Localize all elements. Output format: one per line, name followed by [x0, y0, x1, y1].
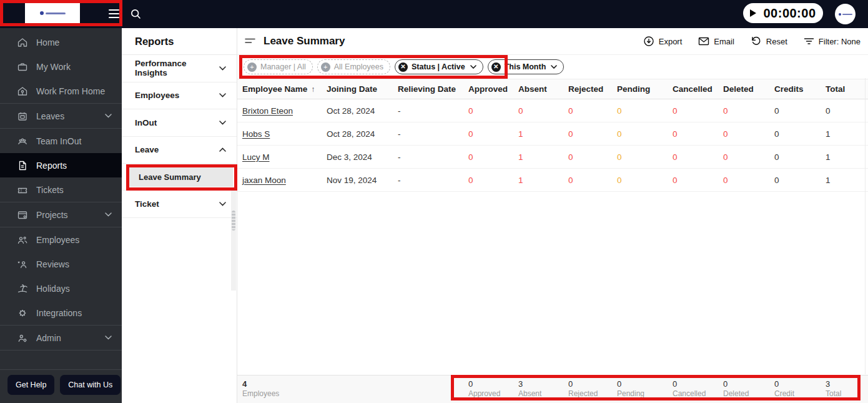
sort-lines-icon[interactable]	[245, 37, 255, 45]
divider	[0, 350, 122, 351]
sidebar-item-admin[interactable]: Admin	[0, 326, 122, 350]
avatar-logo-mark-icon	[839, 13, 841, 16]
holidays-icon	[17, 283, 28, 294]
chevron-down-icon	[105, 212, 112, 217]
report-section-performance-insights[interactable]: Performance Insights	[122, 55, 237, 82]
sidebar-item-label: Admin	[36, 333, 61, 343]
page-header: Leave Summary Export Email Reset Filter:…	[237, 28, 868, 55]
company-logo[interactable]	[25, 0, 80, 26]
chevron-down-icon	[219, 121, 226, 125]
report-section-employees[interactable]: Employees	[122, 82, 237, 110]
scrollbar-track	[231, 191, 236, 291]
sidebar-item-leaves[interactable]: Leaves	[0, 104, 122, 128]
timer-widget[interactable]: 00:00:00	[743, 3, 823, 23]
table-header-row: Employee Name ↑ Joining Date Relieving D…	[237, 79, 868, 99]
column-header-pending[interactable]: Pending	[617, 84, 673, 94]
page-title: Leave Summary	[264, 35, 345, 47]
column-header-absent[interactable]: Absent	[518, 84, 568, 94]
sidebar-item-label: Integrations	[36, 308, 82, 318]
footer-total-deleted: 0 Deleted	[723, 380, 774, 398]
filter-button[interactable]: Filter: None	[804, 37, 861, 46]
column-header-total[interactable]: Total	[826, 84, 868, 94]
chevron-down-icon	[105, 114, 112, 118]
column-header-deleted[interactable]: Deleted	[723, 84, 774, 94]
main-content: Leave Summary Export Email Reset Filter:…	[237, 28, 868, 403]
column-header-joining-date[interactable]: Joining Date	[327, 84, 398, 94]
reviews-icon	[17, 259, 28, 270]
report-section-ticket[interactable]: Ticket	[122, 191, 237, 218]
sidebar-item-projects[interactable]: Projects	[0, 202, 122, 227]
x-circle-icon[interactable]: ✕	[398, 62, 408, 72]
filter-lines-icon	[804, 37, 814, 46]
sidebar-item-team-inout[interactable]: Team InOut	[0, 129, 122, 153]
sidebar-item-home[interactable]: Home	[0, 30, 122, 54]
sidebar-item-integrations[interactable]: Integrations	[0, 301, 122, 325]
hamburger-menu-icon[interactable]	[109, 9, 119, 20]
sidebar-item-my-work[interactable]: My Work	[0, 54, 122, 79]
sidebar-item-label: Holidays	[36, 284, 70, 294]
employee-name-link[interactable]: Lucy M	[242, 152, 327, 162]
sidebar-item-work-from-home[interactable]: Work From Home	[0, 79, 122, 103]
sidebar-item-holidays[interactable]: Holidays	[0, 276, 122, 301]
avatar-logo-wordmark	[842, 14, 852, 15]
report-section-inout[interactable]: InOut	[122, 109, 237, 137]
column-header-rejected[interactable]: Rejected	[568, 84, 617, 94]
x-circle-icon[interactable]: ✕	[491, 62, 501, 72]
sidebar-item-label: My Work	[36, 62, 71, 72]
integrations-icon	[17, 307, 28, 319]
scrollbar-thumb[interactable]	[232, 211, 235, 231]
sidebar-item-label: Home	[36, 37, 59, 47]
plus-circle-icon: +	[247, 62, 257, 72]
play-icon[interactable]	[750, 9, 756, 17]
user-avatar[interactable]	[835, 4, 856, 24]
column-header-credits[interactable]: Credits	[774, 84, 826, 94]
sidebar-item-reports[interactable]: Reports	[0, 153, 122, 177]
sidebar-item-label: Leaves	[36, 111, 64, 121]
sidebar-item-tickets[interactable]: Tickets	[0, 177, 122, 202]
column-header-employee-name[interactable]: Employee Name ↑	[242, 84, 327, 94]
report-item-leave-summary[interactable]: Leave Summary	[129, 167, 233, 187]
sidebar-item-label: Tickets	[36, 185, 64, 195]
chevron-down-icon	[470, 65, 476, 69]
column-header-cancelled[interactable]: Cancelled	[673, 84, 723, 94]
action-bar: Export Email Reset Filter: None	[643, 36, 861, 47]
reports-panel-title: Reports	[122, 28, 237, 55]
report-section-leave[interactable]: Leave	[122, 137, 237, 164]
footer-employee-count: 4 Employees	[242, 380, 468, 398]
column-header-approved[interactable]: Approved	[468, 84, 518, 94]
ticket-icon	[17, 184, 28, 196]
reset-button[interactable]: Reset	[751, 36, 787, 47]
table-row[interactable]: jaxan Moon Nov 19, 2024 - 0 1 0 0 0 0 0 …	[237, 169, 868, 192]
search-icon[interactable]	[130, 8, 142, 22]
chat-with-us-button[interactable]: Chat with Us	[60, 375, 121, 395]
email-button[interactable]: Email	[698, 36, 734, 46]
filter-chip-all-employees[interactable]: + All Employees	[317, 59, 390, 74]
footer-total-pending: 0 Pending	[617, 380, 673, 398]
get-help-button[interactable]: Get Help	[7, 375, 54, 395]
download-circle-icon	[643, 36, 654, 47]
sort-ascending-icon: ↑	[311, 85, 315, 94]
chevron-down-icon	[219, 202, 226, 206]
rotate-ccw-icon	[751, 36, 762, 47]
envelope-icon	[698, 36, 709, 46]
filter-chip-status[interactable]: ✕ Status | Active	[395, 59, 483, 74]
employee-name-link[interactable]: Brixton Eteon	[242, 106, 327, 116]
table-row[interactable]: Hobs S Oct 28, 2024 - 0 1 0 0 0 0 0 1	[237, 122, 868, 146]
export-button[interactable]: Export	[643, 36, 683, 47]
table-row[interactable]: Lucy M Dec 3, 2024 - 0 1 0 0 0 0 0 1	[237, 146, 868, 169]
filter-chip-manager[interactable]: + Manager | All	[244, 59, 313, 74]
employee-name-link[interactable]: jaxan Moon	[242, 176, 327, 185]
primary-sidebar: Home My Work Work From Home Leaves Team …	[0, 28, 122, 403]
sidebar-item-employees[interactable]: Employees	[0, 227, 122, 252]
projects-icon	[17, 209, 28, 221]
sidebar-item-reviews[interactable]: Reviews	[0, 252, 122, 276]
sidebar-item-label: Team InOut	[36, 136, 81, 146]
column-header-relieving-date[interactable]: Relieving Date	[398, 84, 468, 94]
table-row[interactable]: Brixton Eteon Oct 28, 2024 - 0 0 0 0 0 0…	[237, 99, 868, 122]
footer-total-cancelled: 0 Cancelled	[673, 380, 723, 398]
chevron-down-icon	[105, 336, 112, 340]
chevron-down-icon	[219, 93, 226, 97]
footer-total-total: 3 Total	[826, 380, 868, 398]
filter-chip-this-month[interactable]: ✕ This Month	[488, 59, 565, 74]
employee-name-link[interactable]: Hobs S	[242, 129, 327, 139]
